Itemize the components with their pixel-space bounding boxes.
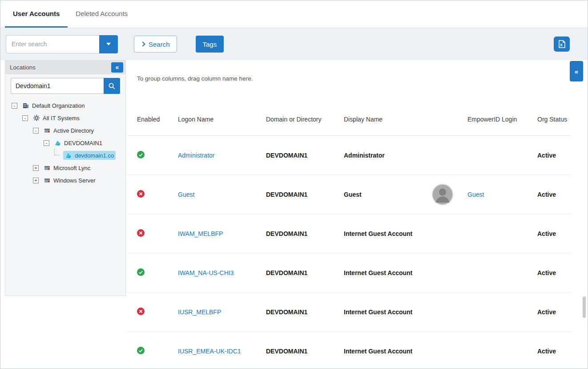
tree-expander-minus-icon[interactable]: - (12, 103, 17, 109)
search-button[interactable]: Search (134, 36, 177, 53)
enabled-cell (137, 308, 178, 316)
enabled-cell (137, 151, 178, 160)
tree-expander-minus-icon[interactable]: - (22, 115, 28, 121)
column-header-empowerid-login[interactable]: EmpowerID Login (459, 116, 528, 123)
tree-node-body: Default Organization (20, 101, 87, 110)
caret-down-icon (106, 43, 111, 45)
tree-node-all-it-systems[interactable]: -All IT Systems (8, 112, 123, 124)
logon-name-link[interactable]: Administrator (178, 152, 214, 159)
table-row[interactable]: IUSR_EMEA-UK-IDC1DEVDOMAIN1Internet Gues… (128, 332, 571, 369)
column-header-domain-or-directory[interactable]: Domain or Directory (266, 116, 344, 123)
column-header-enabled[interactable]: Enabled (137, 116, 178, 123)
directory-icon (44, 177, 51, 184)
display-name-cell: Guest (344, 191, 427, 198)
locations-collapse-button[interactable]: « (111, 62, 123, 73)
tree-node-windows-server[interactable]: +Windows Server (8, 174, 123, 187)
it-systems-icon (33, 114, 40, 122)
search-dropdown-button[interactable] (99, 35, 118, 53)
tree-node-default-organization[interactable]: -Default Organization (8, 99, 123, 112)
app-window: User AccountsDeleted Accounts Search Tag… (0, 0, 588, 369)
logon-name-link[interactable]: IWAM_NA-US-CHI3 (178, 269, 234, 276)
tree-node-devdomain1-co[interactable]: devdomain1.co (8, 149, 123, 162)
enabled-cell (137, 347, 178, 356)
tree-node-active-directory[interactable]: -Active Directory (8, 124, 123, 137)
tree-node-label: DEVDOMAIN1 (64, 140, 102, 146)
org-status-cell: Active (528, 348, 571, 355)
org-status-cell: Active (528, 308, 571, 316)
domain-icon (65, 152, 72, 159)
locations-panel: Locations « -Default Organization-All IT… (5, 60, 126, 296)
table-row[interactable]: IWAM_NA-US-CHI3DEVDOMAIN1Internet Guest … (128, 253, 571, 292)
disabled-cross-icon (137, 229, 145, 237)
table-row[interactable]: GuestDEVDOMAIN1GuestGuestActive (128, 175, 571, 214)
tab-deleted-accounts[interactable]: Deleted Accounts (68, 0, 136, 28)
display-name-cell: Internet Guest Account (344, 308, 427, 316)
empowerid-login-cell: Guest (459, 191, 528, 198)
column-header-logon-name[interactable]: Logon Name (178, 116, 266, 123)
disabled-cross-icon (137, 190, 145, 198)
enabled-cell (137, 190, 178, 199)
logon-name-cell: IUSR_MELBFP (178, 308, 266, 316)
tree-node-body: devdomain1.co (63, 151, 116, 160)
domain-cell: DEVDOMAIN1 (266, 230, 344, 237)
directory-icon (44, 164, 51, 171)
tree-node-label: Default Organization (32, 102, 85, 109)
excel-export-button[interactable]: X (554, 36, 570, 52)
tree-node-devdomain1[interactable]: -DEVDOMAIN1 (8, 137, 123, 149)
locations-search (5, 74, 125, 97)
display-name-cell: Internet Guest Account (344, 269, 427, 276)
search-input[interactable] (6, 35, 99, 53)
column-header-display-name[interactable]: Display Name (344, 116, 427, 123)
excel-icon: X (557, 40, 566, 49)
table-row[interactable]: IWAM_MELBFPDEVDOMAIN1Internet Guest Acco… (128, 214, 571, 253)
enabled-check-icon (137, 347, 145, 354)
locations-title: Locations (10, 64, 36, 71)
column-header-org-status[interactable]: Org Status (528, 116, 571, 123)
tree-node-body: Active Directory (42, 126, 96, 135)
disabled-cross-icon (137, 308, 145, 315)
search-group (6, 35, 118, 53)
right-panel-collapse-button[interactable]: « (570, 61, 583, 81)
tree-node-label: Windows Server (53, 177, 96, 184)
empowerid-login-link[interactable]: Guest (467, 191, 484, 198)
vertical-scrollbar-thumb[interactable] (583, 296, 586, 318)
avatar-icon (432, 184, 453, 205)
tree-node-microsoft-lync[interactable]: +Microsoft Lync (8, 162, 123, 174)
locations-search-button[interactable] (104, 78, 120, 94)
display-name-cell: Internet Guest Account (344, 230, 427, 237)
tree-node-label: Microsoft Lync (53, 165, 90, 171)
domain-cell: DEVDOMAIN1 (266, 152, 344, 159)
domain-cell: DEVDOMAIN1 (266, 191, 344, 198)
search-button-label: Search (149, 41, 170, 48)
tree-expander-plus-icon[interactable]: + (33, 165, 39, 171)
logon-name-link[interactable]: IUSR_MELBFP (178, 308, 221, 316)
organization-icon (22, 102, 29, 109)
tree-connector (54, 149, 60, 155)
table-row[interactable]: IUSR_MELBFPDEVDOMAIN1Internet Guest Acco… (128, 292, 571, 332)
tree-node-body: All IT Systems (31, 114, 81, 122)
logon-name-cell: IUSR_EMEA-UK-IDC1 (178, 348, 266, 355)
tree-expander-minus-icon[interactable]: - (33, 128, 39, 134)
group-columns-hint: To group columns, drag column name here. (137, 75, 571, 82)
logon-name-cell: IWAM_NA-US-CHI3 (178, 269, 266, 276)
domain-cell: DEVDOMAIN1 (266, 269, 344, 276)
table-row[interactable]: AdministratorDEVDOMAIN1AdministratorActi… (128, 136, 571, 175)
domain-cell: DEVDOMAIN1 (266, 348, 344, 355)
tree-expander-plus-icon[interactable]: + (33, 178, 39, 183)
domain-icon (54, 139, 61, 146)
tree-expander-minus-icon[interactable]: - (44, 140, 49, 146)
logon-name-link[interactable]: IUSR_EMEA-UK-IDC1 (178, 348, 241, 355)
svg-text:X: X (560, 43, 563, 47)
logon-name-link[interactable]: IWAM_MELBFP (178, 230, 223, 237)
tree-node-label: Active Directory (53, 127, 94, 134)
logon-name-cell: Administrator (178, 152, 266, 159)
search-icon (108, 82, 116, 90)
logon-name-link[interactable]: Guest (178, 191, 194, 198)
locations-search-input[interactable] (11, 78, 104, 94)
enabled-cell (137, 268, 178, 277)
photo-cell (427, 184, 459, 205)
tags-button[interactable]: Tags (196, 36, 224, 53)
logon-name-cell: IWAM_MELBFP (178, 230, 266, 237)
tab-bar: User AccountsDeleted Accounts (0, 0, 588, 28)
tab-user-accounts[interactable]: User Accounts (5, 0, 68, 28)
